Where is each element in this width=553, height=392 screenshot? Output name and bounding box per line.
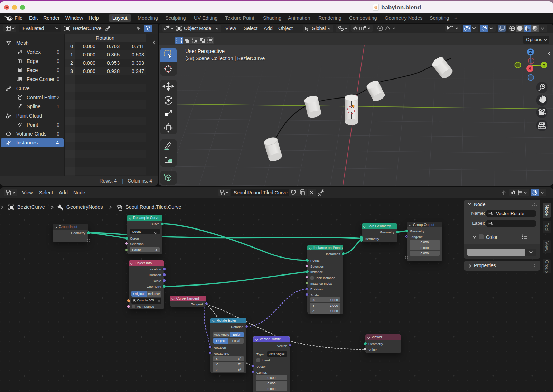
svg-text:Y: Y [543,63,546,68]
svg-text:X: X [528,66,532,71]
svg-text:Z: Z [529,49,532,55]
